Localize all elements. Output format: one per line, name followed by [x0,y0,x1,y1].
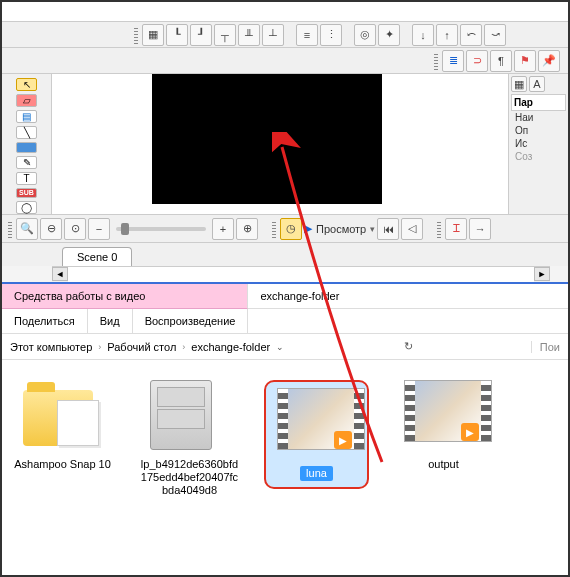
oval-tool[interactable]: ◯ [16,201,37,214]
pointer-tool[interactable]: ↖ [16,78,37,91]
line-tool[interactable]: ╲ [16,126,37,139]
prev-frame-btn[interactable]: ⏮ [377,218,399,240]
sub-tool[interactable]: SUB [16,188,37,199]
clock-btn[interactable]: ◷ [280,218,302,240]
file-label: lp_b4912de6360bfd175edd4bef20407fcbda404… [140,458,240,498]
zoom-100-btn[interactable]: 🔍 [16,218,38,240]
breadcrumb-dropdown-icon[interactable]: ⌄ [276,342,290,352]
play-badge-icon: ▶ [334,431,352,449]
scroll-track[interactable] [68,267,534,282]
breadcrumb-pc[interactable]: Этот компьютер [10,341,92,353]
scroll-left-icon[interactable]: ◄ [52,267,68,281]
menu-bar [2,2,568,22]
refresh-icon[interactable]: ↻ [400,340,418,353]
prop-item-2: Оп [511,124,566,137]
layers-tool[interactable]: ▤ [16,110,37,123]
ribbon-tab-playback[interactable]: Воспроизведение [133,309,249,333]
align-btn-4[interactable]: ┬ [214,24,236,46]
align-btn-1[interactable]: ▦ [142,24,164,46]
cursor-btn[interactable]: Ꮖ [445,218,467,240]
magnet-btn[interactable]: ⊃ [466,50,488,72]
arrow-up-btn[interactable]: ↑ [436,24,458,46]
file-item-cabinet[interactable]: lp_b4912de6360bfd175edd4bef20407fcbda404… [137,380,242,498]
pen-tool[interactable]: ✎ [16,156,37,169]
file-item-video-selected[interactable]: ▶ luna [264,380,369,489]
arrow-down-btn[interactable]: ↓ [412,24,434,46]
chevron-right-icon: › [98,342,101,352]
breadcrumb-folder[interactable]: exchange-folder [191,341,270,353]
text-tool[interactable]: T [16,172,37,185]
file-label: luna [300,466,333,481]
cabinet-icon [150,380,230,452]
align-btn-8[interactable]: ⋮ [320,24,342,46]
scroll-right-icon[interactable]: ► [534,267,550,281]
align-btn-6[interactable]: ┴ [262,24,284,46]
search-input[interactable]: Пои [531,341,560,353]
scene-tabs: Scene 0 [2,242,568,266]
list-btn[interactable]: ≣ [442,50,464,72]
prop-item-3: Ис [511,137,566,150]
preview-grip[interactable] [272,220,276,238]
align-btn-2[interactable]: ┖ [166,24,188,46]
expand-btn[interactable]: ✦ [378,24,400,46]
preview-label[interactable]: Просмотр [316,223,366,235]
file-item-folder[interactable]: Ashampoo Snap 10 [10,380,115,471]
arrow-fwd-btn[interactable]: ⤻ [484,24,506,46]
file-item-video[interactable]: ▶ output [391,380,496,471]
zoom-fit-btn[interactable]: ⊙ [64,218,86,240]
canvas-area[interactable] [52,74,508,214]
toolbar-align: ▦ ┖ ┚ ┬ ╨ ┴ ≡ ⋮ ◎ ✦ ↓ ↑ ⤺ ⤻ [2,22,568,48]
zoom-plus-btn[interactable]: + [212,218,234,240]
ribbon-tab-view[interactable]: Вид [88,309,133,333]
ribbon-tab-share[interactable]: Поделиться [2,309,88,333]
align-btn-5[interactable]: ╨ [238,24,260,46]
align-btn-3[interactable]: ┚ [190,24,212,46]
zoom-grip[interactable] [8,220,12,238]
flag-btn[interactable]: ⚑ [514,50,536,72]
align-btn-7[interactable]: ≡ [296,24,318,46]
step-back-btn[interactable]: ◁ [401,218,423,240]
h-scrollbar[interactable]: ◄ ► [52,266,550,282]
ribbon-empty [248,309,568,321]
file-grid: Ashampoo Snap 10 lp_b4912de6360bfd175edd… [2,360,568,518]
zoom-in-btn[interactable]: ⊕ [236,218,258,240]
goto-btn[interactable]: → [469,218,491,240]
folder-icon [23,380,103,452]
para-btn[interactable]: ¶ [490,50,512,72]
canvas-stage[interactable] [152,74,382,204]
scene-tab-0[interactable]: Scene 0 [62,247,132,266]
toolbar-grip-2[interactable] [434,52,438,70]
editor-panel: ▦ ┖ ┚ ┬ ╨ ┴ ≡ ⋮ ◎ ✦ ↓ ↑ ⤺ ⤻ ≣ ⊃ ¶ ⚑ 📌 ↖ … [2,2,568,282]
file-label: output [428,458,459,471]
chevron-right-icon: › [182,342,185,352]
zoom-minus-btn[interactable]: − [88,218,110,240]
zoom-toolbar: 🔍 ⊖ ⊙ − + ⊕ ◷ ▶ Просмотр ▾ ⏮ ◁ Ꮖ → [2,214,568,242]
zoom-slider[interactable] [116,227,206,231]
ribbon-tab-video-tools[interactable]: Средства работы с видео [2,284,248,309]
toolbar-grip[interactable] [134,26,138,44]
video-icon: ▶ [404,380,484,452]
file-label: Ashampoo Snap 10 [14,458,111,471]
cursor-grip[interactable] [437,220,441,238]
breadcrumb-bar: Этот компьютер › Рабочий стол › exchange… [2,334,568,360]
prop-item-4: Соз [511,150,566,163]
arrow-back-btn[interactable]: ⤺ [460,24,482,46]
toolbar-format: ≣ ⊃ ¶ ⚑ 📌 [2,48,568,74]
rect-tool[interactable] [16,142,37,153]
editor-main: ↖ ▱ ▤ ╲ ✎ T SUB ◯ ▦ A Пар Наи Оп Ис Соз [2,74,568,214]
select-tool[interactable]: ▱ [16,94,37,107]
properties-panel: ▦ A Пар Наи Оп Ис Соз [508,74,568,214]
left-toolbar: ↖ ▱ ▤ ╲ ✎ T SUB ◯ [2,74,52,214]
breadcrumb-desktop[interactable]: Рабочий стол [107,341,176,353]
panel-icon-2[interactable]: A [529,76,545,92]
preview-dropdown-icon[interactable]: ▾ [370,224,375,234]
play-badge-icon: ▶ [461,423,479,441]
target-btn[interactable]: ◎ [354,24,376,46]
properties-title: Пар [511,94,566,111]
play-icon[interactable]: ▶ [304,222,312,235]
prop-item-1: Наи [511,111,566,124]
window-title: exchange-folder [248,284,568,309]
zoom-out-btn[interactable]: ⊖ [40,218,62,240]
pin-btn[interactable]: 📌 [538,50,560,72]
panel-icon-1[interactable]: ▦ [511,76,527,92]
